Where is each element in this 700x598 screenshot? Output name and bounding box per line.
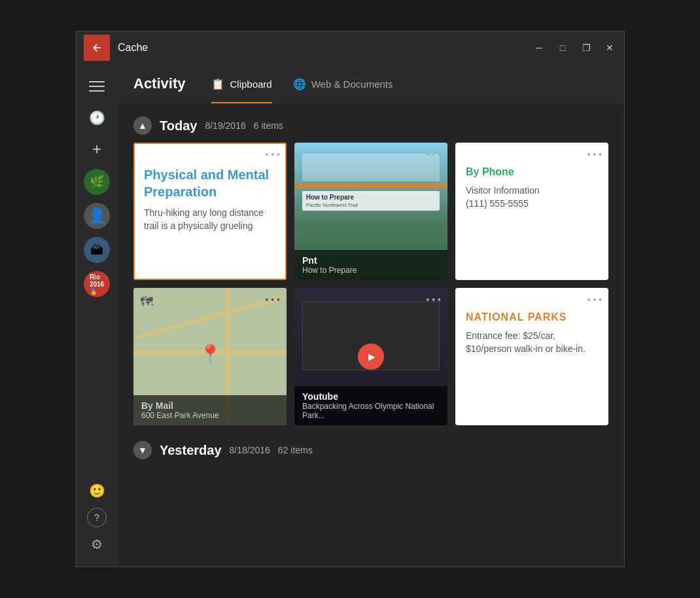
card-options-icon[interactable]: • • • [587, 149, 602, 160]
snap-button[interactable]: ❐ [580, 43, 593, 53]
card-by-phone[interactable]: • • • By Phone Visitor Information(111) … [455, 143, 608, 280]
back-button[interactable] [84, 35, 110, 61]
main-content: Activity 📋 Clipboard 🌐 Web & Documents [118, 64, 624, 567]
card-options-icon[interactable]: • • • [587, 294, 602, 305]
card-map[interactable]: 🗺 • • • 📍 By Mail 600 East Park Avenue [133, 288, 287, 425]
card-title: Physical and Mental Preparation [144, 166, 276, 200]
web-icon: 🌐 [293, 78, 306, 90]
card-video-subtitle: Backpacking Across Olympic National Park… [302, 402, 440, 420]
card-text-content: • • • NATIONAL PARKS Entrance fee: $25/c… [455, 288, 608, 425]
card-physical-mental[interactable]: • • • Physical and Mental Preparation Th… [133, 143, 287, 280]
hamburger-menu[interactable] [82, 72, 111, 101]
card-video-title: Youtube [302, 391, 440, 402]
card-body-text: Visitor Information(111) 555-5555 [466, 185, 598, 210]
content-area: ▲ Today 8/19/2016 6 items • • • Physical… [118, 103, 624, 567]
avatar-3[interactable]: 🏔 [84, 237, 110, 263]
close-button[interactable]: ✕ [603, 43, 616, 53]
sidebar: 🕐 + 🌿 👤 🏔 Rio2016🏅 🙂 ? ⚙ [76, 64, 118, 567]
today-title: Today [160, 118, 197, 133]
window-controls: ─ □ ❐ ✕ [533, 43, 616, 53]
card-national-parks[interactable]: • • • NATIONAL PARKS Entrance fee: $25/c… [455, 288, 608, 425]
hamburger-line-1 [89, 81, 105, 82]
yesterday-date: 8/18/2016 [230, 445, 270, 455]
card-image-overlay: Pnt How to Prepare [294, 250, 447, 280]
today-cards-grid: • • • Physical and Mental Preparation Th… [133, 143, 608, 425]
card-image-subtitle: How to Prepare [302, 266, 440, 275]
maximize-button[interactable]: □ [556, 43, 569, 53]
emoji-button[interactable]: 🙂 [82, 476, 111, 505]
card-options-icon[interactable]: • • • [266, 294, 280, 305]
card-map-subtitle: 600 East Park Avenue [141, 411, 279, 420]
tab-clipboard[interactable]: 📋 Clipboard [211, 64, 271, 103]
tab-web-documents[interactable]: 🌐 Web & Documents [293, 64, 393, 103]
card-map-content: 🗺 • • • 📍 By Mail 600 East Park Avenue [133, 288, 287, 425]
hamburger-line-2 [89, 86, 105, 87]
card-title: By Phone [466, 166, 598, 178]
minimize-button[interactable]: ─ [533, 43, 546, 53]
card-map-title: By Mail [141, 400, 279, 411]
today-date: 8/19/2016 [205, 120, 245, 131]
yesterday-section-header: ▼ Yesterday 8/18/2016 62 items [133, 441, 608, 459]
avatar-1[interactable]: 🌿 [84, 169, 110, 195]
nav-tabs: 📋 Clipboard 🌐 Web & Documents [211, 64, 393, 103]
tab-clipboard-label: Clipboard [230, 79, 271, 90]
tab-web-label: Web & Documents [311, 79, 393, 90]
app-window: Cache ─ □ ❐ ✕ 🕐 + 🌿 👤 [75, 31, 625, 567]
yesterday-title: Yesterday [160, 443, 222, 458]
title-bar: Cache ─ □ ❐ ✕ [76, 31, 624, 64]
card-image-title: Pnt [302, 255, 440, 266]
app-layout: 🕐 + 🌿 👤 🏔 Rio2016🏅 🙂 ? ⚙ [76, 64, 624, 567]
history-button[interactable]: 🕐 [82, 103, 111, 132]
map-icon: 🗺 [140, 294, 153, 309]
play-icon: ▶ [358, 343, 384, 370]
pnt-orange-bar [294, 184, 447, 188]
avatar-2[interactable]: 👤 [84, 203, 110, 229]
today-count: 6 items [254, 120, 283, 131]
card-body-text: Thru-hiking any long distance trail is a… [144, 207, 276, 232]
settings-button[interactable]: ⚙ [82, 530, 111, 559]
card-options-icon[interactable]: • • • [427, 294, 441, 305]
yesterday-chevron[interactable]: ▼ [133, 441, 152, 459]
card-video-overlay: Youtube Backpacking Across Olympic Natio… [294, 386, 447, 425]
card-title: NATIONAL PARKS [466, 311, 598, 323]
card-image-content: How to Prepare Pacific Northwest Trail P… [294, 143, 447, 280]
nav-bar: Activity 📋 Clipboard 🌐 Web & Documents [118, 64, 624, 103]
card-text-content: • • • Physical and Mental Preparation Th… [133, 143, 287, 280]
card-map-overlay: By Mail 600 East Park Avenue [133, 395, 287, 425]
clipboard-icon: 📋 [211, 78, 224, 90]
add-button[interactable]: + [82, 135, 111, 164]
card-options-icon[interactable]: • • • [427, 149, 441, 160]
yesterday-count: 62 items [278, 445, 313, 455]
card-youtube[interactable]: ▶ • • • Youtube Backpacking Across Olymp… [294, 288, 447, 425]
card-text-content: • • • By Phone Visitor Information(111) … [455, 143, 608, 280]
card-options-icon[interactable]: • • • [266, 149, 280, 160]
avatar-4[interactable]: Rio2016🏅 [84, 271, 110, 297]
window-title: Cache [118, 42, 533, 54]
section-title: Activity [133, 75, 185, 92]
help-button[interactable]: ? [87, 508, 107, 527]
hamburger-icon [84, 73, 110, 99]
today-chevron[interactable]: ▲ [133, 116, 152, 135]
card-pnt[interactable]: How to Prepare Pacific Northwest Trail P… [294, 143, 447, 280]
today-section-header: ▲ Today 8/19/2016 6 items [133, 116, 608, 135]
card-video-content: ▶ • • • Youtube Backpacking Across Olymp… [294, 288, 447, 425]
card-body-text: Entrance fee: $25/car, $10/person walk-i… [466, 330, 598, 355]
hamburger-line-3 [89, 90, 105, 92]
